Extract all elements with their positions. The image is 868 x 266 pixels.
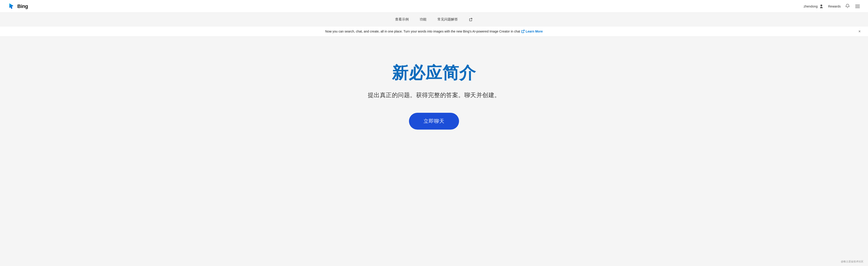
nav-faq-label: 常见问题解答 bbox=[437, 17, 458, 21]
page-title: 新必应简介 bbox=[392, 62, 476, 84]
learn-more-link[interactable]: Learn More bbox=[521, 30, 542, 33]
nav-item-features[interactable]: 功能 bbox=[420, 16, 427, 23]
header: Bing zhendong Rewards bbox=[0, 0, 868, 13]
main-content: 新必应简介 提出真正的问题。获得完整的答案。聊天并创建。 立即聊天 bbox=[0, 37, 868, 150]
logo-area[interactable]: Bing bbox=[7, 2, 28, 10]
start-chat-button[interactable]: 立即聊天 bbox=[409, 113, 459, 130]
banner-close-button[interactable]: × bbox=[858, 29, 861, 33]
hamburger-line-3 bbox=[855, 7, 860, 8]
hamburger-line-2 bbox=[855, 6, 860, 7]
announcement-banner: Now you can search, chat, and create, al… bbox=[0, 26, 868, 37]
footer-note: @株土层金技术社区 bbox=[841, 260, 863, 263]
user-account-area[interactable]: zhendong bbox=[804, 4, 824, 9]
page-subtitle: 提出真正的问题。获得完整的答案。聊天并创建。 bbox=[368, 91, 500, 99]
menu-icon[interactable] bbox=[854, 4, 861, 9]
nav-bar: 查看示例 功能 常见问题解答 bbox=[0, 13, 868, 26]
learn-more-label: Learn More bbox=[526, 30, 542, 33]
bing-logo-text: Bing bbox=[17, 3, 28, 9]
share-icon[interactable] bbox=[469, 18, 473, 22]
nav-features-label: 功能 bbox=[420, 17, 427, 21]
hamburger-line-1 bbox=[855, 5, 860, 5]
username-label: zhendong bbox=[804, 5, 818, 8]
external-link-icon bbox=[521, 30, 525, 33]
nav-item-examples[interactable]: 查看示例 bbox=[395, 16, 409, 23]
user-icon bbox=[819, 4, 824, 9]
bing-logo-icon bbox=[7, 2, 16, 10]
nav-examples-label: 查看示例 bbox=[395, 17, 409, 21]
notification-bell-icon[interactable] bbox=[845, 4, 850, 9]
rewards-button[interactable]: Rewards bbox=[828, 5, 841, 8]
banner-text: Now you can search, chat, and create, al… bbox=[325, 30, 520, 33]
nav-item-faq[interactable]: 常见问题解答 bbox=[437, 16, 458, 23]
header-right: zhendong Rewards bbox=[804, 4, 861, 9]
